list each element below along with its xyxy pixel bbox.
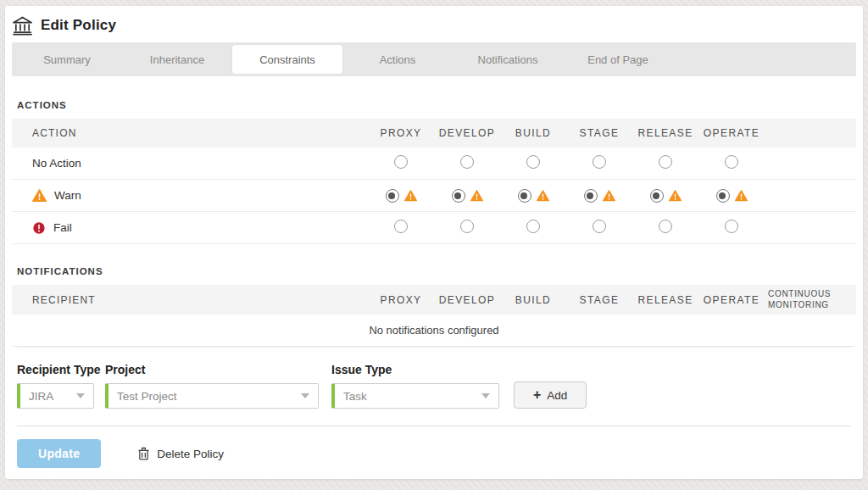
row-label-no-action: No Action (12, 157, 368, 170)
table-row-no-action: No Action (12, 148, 856, 180)
column-header-build: BUILD (500, 287, 566, 314)
column-header-release: RELEASE (632, 120, 698, 147)
radio-no-action-build[interactable] (526, 155, 540, 169)
radio-warn-proxy[interactable] (386, 189, 399, 203)
radio-fail-build[interactable] (526, 220, 540, 233)
warning-triangle-icon (404, 190, 417, 202)
column-header-develop: DEVELOP (434, 287, 500, 314)
page-title: Edit Policy (41, 17, 116, 34)
recipient-type-value: JIRA (29, 390, 53, 403)
trash-icon (138, 447, 149, 460)
project-label: Project (105, 363, 319, 376)
chevron-down-icon (76, 393, 85, 398)
notifications-empty-message: No notifications configured (12, 315, 856, 347)
radio-no-action-proxy[interactable] (394, 155, 408, 169)
project-select[interactable]: Test Project (105, 383, 319, 409)
warning-triangle-icon (735, 190, 748, 202)
issue-type-label: Issue Type (331, 363, 499, 376)
chevron-down-icon (481, 393, 490, 398)
radio-warn-operate[interactable] (716, 189, 730, 203)
tab-end-of-page[interactable]: End of Page (563, 42, 673, 76)
column-header-release: RELEASE (632, 287, 698, 314)
column-header-proxy: PROXY (368, 120, 434, 147)
update-button[interactable]: Update (17, 439, 101, 468)
tab-summary[interactable]: Summary (12, 42, 122, 76)
plus-icon: + (533, 388, 541, 402)
delete-policy-label: Delete Policy (157, 448, 224, 460)
issue-type-select[interactable]: Task (331, 383, 499, 409)
radio-fail-proxy[interactable] (394, 220, 408, 233)
warning-triangle-icon (603, 190, 615, 202)
tab-inheritance[interactable]: Inheritance (122, 42, 232, 76)
actions-section-title: ACTIONS (17, 100, 851, 110)
row-label-fail: Fail (53, 221, 72, 234)
radio-no-action-stage[interactable] (593, 155, 606, 169)
column-header-action: ACTION (12, 120, 368, 147)
add-button[interactable]: + Add (514, 381, 587, 409)
tab-bar: Summary Inheritance Constraints Actions … (12, 42, 856, 76)
radio-warn-build[interactable] (518, 189, 531, 203)
warning-triangle-icon (537, 190, 549, 202)
column-header-recipient: RECIPIENT (12, 287, 368, 314)
column-header-operate: OPERATE (698, 120, 765, 147)
delete-policy-button[interactable]: Delete Policy (138, 447, 224, 460)
notifications-table-header: RECIPIENT PROXY DEVELOP BUILD STAGE RELE… (12, 285, 856, 315)
warning-triangle-icon (470, 190, 483, 202)
radio-no-action-operate[interactable] (725, 155, 738, 169)
column-header-spacer (765, 129, 856, 137)
project-value: Test Project (117, 390, 177, 403)
notifications-section-title: NOTIFICATIONS (17, 266, 851, 276)
footer-bar: Update Delete Policy (17, 426, 851, 479)
radio-fail-operate[interactable] (725, 220, 738, 233)
radio-warn-release[interactable] (650, 189, 664, 203)
tab-constraints[interactable]: Constraints (232, 45, 342, 74)
actions-table-header: ACTION PROXY DEVELOP BUILD STAGE RELEASE… (12, 119, 856, 148)
radio-no-action-release[interactable] (659, 155, 672, 169)
tab-notifications[interactable]: Notifications (453, 42, 563, 76)
column-header-operate: OPERATE (698, 287, 765, 314)
column-header-continuous-monitoring: CONTINUOUS MONITORING (765, 285, 856, 315)
radio-warn-develop[interactable] (452, 189, 465, 203)
warning-triangle-icon (32, 189, 47, 203)
row-label-warn: Warn (54, 189, 81, 202)
radio-fail-release[interactable] (659, 220, 672, 233)
notification-form: Recipient Type JIRA Project Test Project… (17, 347, 851, 426)
table-row-fail: Fail (12, 212, 856, 244)
radio-fail-develop[interactable] (460, 220, 474, 233)
page-header: Edit Policy (5, 6, 863, 42)
edit-policy-card: Edit Policy Summary Inheritance Constrai… (5, 6, 863, 479)
recipient-type-select[interactable]: JIRA (17, 383, 94, 409)
table-row-warn: Warn (12, 180, 856, 212)
chevron-down-icon (301, 393, 309, 398)
add-button-label: Add (547, 389, 567, 402)
radio-fail-stage[interactable] (593, 220, 606, 233)
issue-type-value: Task (343, 390, 367, 403)
radio-warn-stage[interactable] (584, 189, 598, 203)
column-header-proxy: PROXY (368, 287, 434, 314)
bank-icon (12, 15, 33, 36)
radio-no-action-develop[interactable] (460, 155, 474, 169)
warning-triangle-icon (669, 190, 682, 202)
column-header-develop: DEVELOP (434, 120, 500, 147)
error-circle-icon (32, 221, 46, 235)
tab-actions[interactable]: Actions (342, 42, 453, 76)
recipient-type-label: Recipient Type (17, 363, 94, 376)
column-header-stage: STAGE (566, 120, 632, 147)
column-header-stage: STAGE (566, 287, 632, 314)
column-header-build: BUILD (500, 120, 566, 147)
